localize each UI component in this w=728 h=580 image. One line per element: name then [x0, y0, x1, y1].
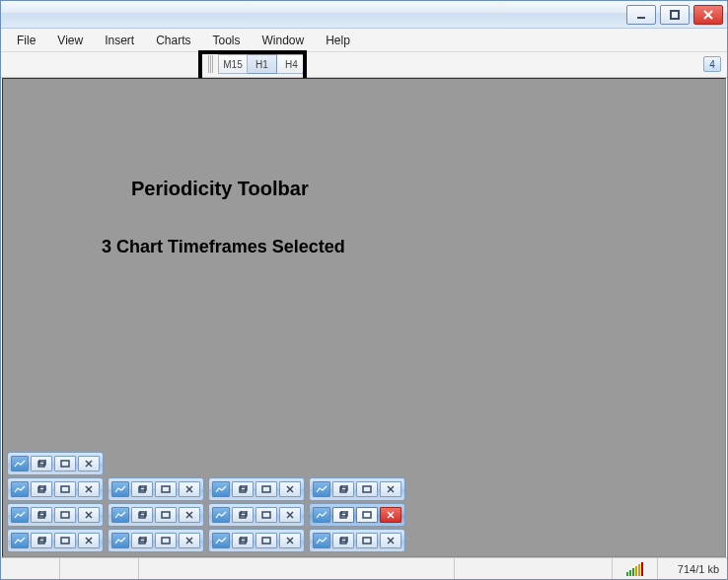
- mini-close-button[interactable]: [279, 507, 301, 523]
- minimized-chart-window-active[interactable]: [309, 503, 405, 527]
- mini-maximize-button[interactable]: [255, 481, 277, 497]
- chart-icon: [212, 533, 230, 548]
- timeframe-m15-button[interactable]: M15: [218, 54, 248, 74]
- menu-charts[interactable]: Charts: [146, 31, 200, 50]
- mini-close-button[interactable]: [78, 507, 100, 523]
- mini-close-button[interactable]: [279, 533, 301, 548]
- mini-restore-button[interactable]: [31, 481, 52, 497]
- mini-maximize-button[interactable]: [356, 507, 378, 523]
- status-bar: 714/1 kb: [1, 557, 727, 579]
- window-maximize-button[interactable]: [660, 5, 690, 25]
- mini-close-button[interactable]: [279, 481, 301, 497]
- mini-maximize-button[interactable]: [155, 507, 177, 523]
- menu-file[interactable]: File: [7, 31, 45, 50]
- chart-icon: [11, 533, 29, 548]
- svg-rect-1: [671, 11, 679, 19]
- mini-restore-button[interactable]: [31, 507, 52, 523]
- mini-close-button[interactable]: [179, 533, 200, 548]
- menu-insert[interactable]: Insert: [95, 31, 144, 50]
- mini-close-button[interactable]: [179, 481, 200, 497]
- mini-close-button[interactable]: [179, 507, 200, 523]
- annotation-periodicity-label: Periodicity Toolbar: [131, 178, 309, 200]
- svg-rect-47: [363, 512, 371, 518]
- menu-view[interactable]: View: [47, 31, 93, 50]
- minimized-chart-window[interactable]: [309, 477, 405, 501]
- minimized-chart-window[interactable]: [7, 503, 104, 527]
- mini-maximize-button[interactable]: [155, 481, 177, 497]
- minimized-chart-window[interactable]: [108, 477, 204, 501]
- mini-close-button[interactable]: [380, 533, 401, 548]
- mini-maximize-button[interactable]: [155, 533, 177, 548]
- mini-restore-button[interactable]: [31, 456, 52, 471]
- mini-close-button[interactable]: [78, 481, 100, 497]
- chart-icon: [313, 533, 330, 548]
- mini-restore-button[interactable]: [332, 533, 354, 548]
- minimized-chart-window[interactable]: [7, 452, 104, 475]
- chart-icon: [11, 481, 29, 497]
- status-segment: [60, 558, 139, 579]
- minimized-chart-window[interactable]: [208, 477, 305, 501]
- timeframe-h4-button[interactable]: H4: [277, 54, 307, 74]
- mini-maximize-button[interactable]: [54, 533, 76, 548]
- mini-close-button[interactable]: [78, 456, 100, 471]
- svg-rect-37: [162, 512, 170, 518]
- svg-rect-67: [363, 538, 371, 544]
- annotation-selected-label: 3 Chart Timeframes Selected: [102, 237, 345, 257]
- mini-maximize-button[interactable]: [356, 533, 378, 548]
- mini-restore-button[interactable]: [232, 507, 254, 523]
- window-close-button[interactable]: [693, 5, 723, 25]
- minimized-row: [7, 477, 405, 501]
- mini-restore-button[interactable]: [131, 481, 153, 497]
- chart-icon: [11, 507, 29, 523]
- svg-rect-27: [363, 486, 371, 492]
- chart-icon: [313, 481, 330, 497]
- chart-icon: [111, 533, 129, 548]
- menu-window[interactable]: Window: [253, 31, 315, 50]
- chart-workspace: Periodicity Toolbar 3 Chart Timeframes S…: [2, 78, 726, 557]
- mini-close-button[interactable]: [380, 507, 401, 523]
- minimized-chart-window[interactable]: [309, 529, 405, 552]
- svg-rect-32: [61, 512, 69, 518]
- mini-close-button[interactable]: [380, 481, 401, 497]
- minimized-chart-window[interactable]: [108, 503, 204, 527]
- title-bar: [1, 1, 727, 29]
- minimized-row: [7, 529, 405, 552]
- svg-rect-62: [262, 538, 270, 544]
- menu-help[interactable]: Help: [316, 31, 360, 50]
- minimized-charts-area: [7, 452, 405, 552]
- status-segment: [139, 558, 455, 579]
- mini-restore-button[interactable]: [232, 481, 254, 497]
- mini-maximize-button[interactable]: [356, 481, 378, 497]
- svg-rect-57: [162, 538, 170, 544]
- toolbar-grip-icon[interactable]: [208, 55, 214, 73]
- mini-restore-button[interactable]: [332, 507, 354, 523]
- mini-maximize-button[interactable]: [54, 456, 76, 471]
- mini-maximize-button[interactable]: [54, 481, 76, 497]
- chart-icon: [212, 507, 230, 523]
- mini-maximize-button[interactable]: [255, 507, 277, 523]
- minimized-row: [7, 452, 405, 475]
- minimized-chart-window[interactable]: [208, 503, 305, 527]
- mini-close-button[interactable]: [78, 533, 100, 548]
- minimized-chart-window[interactable]: [7, 529, 104, 552]
- charts-count-badge[interactable]: 4: [703, 56, 721, 72]
- svg-rect-7: [61, 461, 69, 467]
- periodicity-toolbar[interactable]: M15 H1 H4: [208, 54, 307, 74]
- mini-maximize-button[interactable]: [255, 533, 277, 548]
- minimized-chart-window[interactable]: [208, 529, 305, 552]
- svg-rect-22: [262, 486, 270, 492]
- timeframe-h1-button[interactable]: H1: [248, 54, 277, 74]
- mini-maximize-button[interactable]: [54, 507, 76, 523]
- minimized-chart-window[interactable]: [108, 529, 204, 552]
- mini-restore-button[interactable]: [232, 533, 254, 548]
- svg-rect-17: [162, 486, 170, 492]
- minimized-chart-window[interactable]: [7, 477, 104, 501]
- mini-restore-button[interactable]: [332, 481, 354, 497]
- chart-icon: [313, 507, 330, 523]
- toolbar: M15 H1 H4 4: [1, 52, 727, 78]
- mini-restore-button[interactable]: [31, 533, 52, 548]
- mini-restore-button[interactable]: [131, 507, 153, 523]
- menu-tools[interactable]: Tools: [203, 31, 251, 50]
- mini-restore-button[interactable]: [131, 533, 153, 548]
- window-minimize-button[interactable]: [626, 5, 656, 25]
